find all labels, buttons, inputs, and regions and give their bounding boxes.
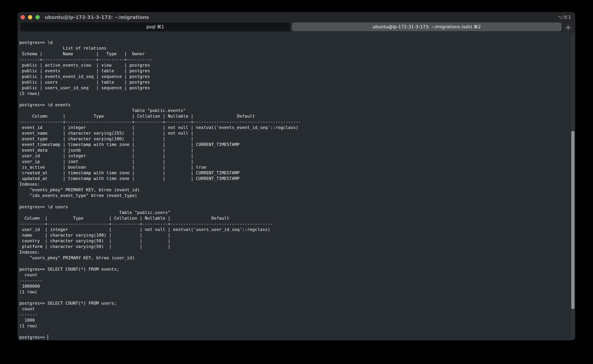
window-titlebar[interactable]: ubuntu@ip-172-31-3-173: ~/migrations ⌥⌘1 [18,12,575,22]
scrollbar-track[interactable] [571,34,574,339]
tab-psql-label: psql ⌘1 [146,24,164,29]
new-tab-button[interactable]: + [563,23,573,32]
terminal-output: postgres=> \d List of relations Schema |… [19,40,301,340]
terminal-screen[interactable]: postgres=> \d List of relations Schema |… [18,32,575,340]
tab-ssh-session-label: ubuntu@ip-172-31-3-173: ~/migrations (ss… [372,24,481,29]
keyboard-shortcut-hint: ⌥⌘1 [558,14,572,20]
traffic-lights [21,15,40,19]
scrollbar-thumb[interactable] [571,131,574,309]
plus-icon: + [565,24,571,31]
zoom-window-button[interactable] [35,15,40,19]
tab-psql[interactable]: psql ⌘1 [21,23,290,31]
terminal-window: ubuntu@ip-172-31-3-173: ~/migrations ⌥⌘1… [18,12,575,340]
desktop-background: ubuntu@ip-172-31-3-173: ~/migrations ⌥⌘1… [0,0,593,364]
tab-bar: psql ⌘1 ubuntu@ip-172-31-3-173: ~/migrat… [18,22,575,32]
tab-ssh-session[interactable]: ubuntu@ip-172-31-3-173: ~/migrations (ss… [292,23,562,31]
terminal-cursor [48,335,48,340]
minimize-window-button[interactable] [28,15,32,19]
close-window-button[interactable] [21,15,25,19]
window-title: ubuntu@ip-172-31-3-173: ~/migrations [45,14,149,20]
